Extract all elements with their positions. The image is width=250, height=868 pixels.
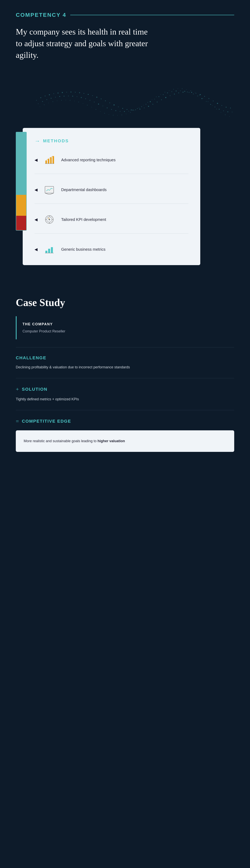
svg-point-62 bbox=[107, 107, 107, 108]
svg-point-56 bbox=[81, 97, 82, 98]
svg-point-76 bbox=[167, 92, 168, 93]
svg-point-38 bbox=[200, 94, 201, 95]
svg-point-0 bbox=[36, 100, 37, 101]
svg-point-136 bbox=[229, 116, 230, 117]
svg-point-120 bbox=[160, 94, 161, 95]
svg-point-104 bbox=[91, 107, 92, 107]
svg-point-121 bbox=[164, 92, 165, 93]
svg-point-54 bbox=[72, 96, 73, 96]
svg-point-95 bbox=[53, 101, 53, 102]
svg-point-101 bbox=[78, 102, 79, 102]
svg-point-22 bbox=[131, 110, 132, 111]
svg-point-108 bbox=[108, 114, 109, 115]
svg-rect-143 bbox=[45, 187, 53, 192]
svg-point-57 bbox=[85, 98, 86, 99]
svg-point-99 bbox=[70, 100, 70, 101]
svg-point-21 bbox=[127, 109, 127, 110]
svg-point-123 bbox=[173, 89, 174, 90]
svg-rect-157 bbox=[51, 247, 53, 253]
bar-segment-yellow bbox=[16, 195, 26, 216]
svg-point-48 bbox=[46, 99, 47, 100]
svg-point-98 bbox=[65, 100, 66, 100]
svg-point-30 bbox=[165, 97, 166, 98]
svg-point-18 bbox=[114, 104, 115, 105]
svg-point-45 bbox=[230, 108, 231, 108]
company-label: THE COMPANY bbox=[23, 322, 228, 326]
svg-point-134 bbox=[221, 112, 221, 113]
svg-point-69 bbox=[137, 108, 137, 109]
svg-point-12 bbox=[88, 94, 89, 95]
svg-point-50 bbox=[55, 97, 56, 97]
svg-rect-155 bbox=[45, 251, 48, 253]
svg-point-55 bbox=[76, 96, 77, 97]
competency-label: COMPETENCY bbox=[16, 12, 61, 18]
svg-rect-156 bbox=[48, 249, 50, 253]
svg-point-84 bbox=[201, 98, 202, 99]
method-item-4: ◀ Generic business metrics bbox=[34, 243, 188, 255]
svg-point-52 bbox=[64, 96, 65, 97]
method-arrow-icon-1: ◀ bbox=[34, 158, 37, 162]
method-label-3: Tailored KPI development bbox=[61, 217, 106, 222]
svg-point-71 bbox=[146, 104, 146, 105]
svg-point-92 bbox=[40, 106, 40, 107]
svg-point-19 bbox=[118, 106, 119, 107]
svg-point-27 bbox=[153, 104, 153, 105]
svg-point-86 bbox=[210, 104, 211, 105]
svg-point-77 bbox=[171, 91, 172, 92]
svg-point-128 bbox=[195, 93, 195, 93]
svg-point-109 bbox=[113, 115, 114, 116]
svg-point-116 bbox=[143, 105, 144, 105]
svg-point-149 bbox=[49, 219, 50, 220]
svg-point-87 bbox=[215, 107, 215, 107]
svg-point-127 bbox=[190, 91, 191, 91]
svg-point-75 bbox=[163, 94, 163, 95]
svg-point-41 bbox=[213, 101, 214, 101]
svg-point-20 bbox=[122, 108, 123, 109]
svg-point-82 bbox=[193, 94, 194, 94]
svg-point-111 bbox=[122, 115, 122, 115]
svg-point-2 bbox=[45, 96, 45, 96]
svg-point-25 bbox=[144, 107, 145, 108]
company-block: THE COMPANY Computer Product Reseller bbox=[16, 316, 234, 339]
svg-point-79 bbox=[180, 91, 181, 91]
company-value: Computer Product Reseller bbox=[23, 329, 228, 334]
svg-point-59 bbox=[94, 102, 95, 102]
competency-number: 4 bbox=[63, 12, 66, 18]
svg-point-67 bbox=[128, 111, 129, 112]
svg-point-119 bbox=[156, 96, 156, 97]
svg-point-131 bbox=[208, 101, 208, 102]
svg-point-5 bbox=[58, 93, 58, 94]
svg-point-63 bbox=[111, 109, 112, 110]
svg-point-16 bbox=[105, 100, 106, 101]
competitive-equals-icon: = bbox=[16, 418, 19, 425]
solution-plus-icon: + bbox=[16, 386, 19, 393]
svg-point-66 bbox=[124, 111, 125, 112]
svg-rect-137 bbox=[45, 160, 47, 164]
svg-point-17 bbox=[109, 103, 110, 103]
wave-decoration bbox=[16, 73, 234, 128]
method-arrow-icon-4: ◀ bbox=[34, 247, 37, 252]
svg-point-60 bbox=[98, 104, 99, 105]
svg-point-65 bbox=[120, 111, 120, 112]
svg-point-103 bbox=[87, 105, 88, 105]
svg-point-89 bbox=[223, 111, 224, 111]
solution-label: SOLUTION bbox=[22, 387, 48, 392]
competitive-text-bold: higher valuation bbox=[97, 439, 125, 443]
svg-rect-140 bbox=[53, 156, 54, 164]
competitive-header: = COMPETITIVE EDGE bbox=[16, 418, 234, 425]
svg-rect-138 bbox=[48, 159, 49, 164]
svg-point-97 bbox=[61, 100, 62, 101]
svg-point-36 bbox=[191, 92, 192, 93]
competitive-label: COMPETITIVE EDGE bbox=[22, 419, 71, 424]
svg-point-23 bbox=[135, 110, 136, 110]
method-arrow-icon-2: ◀ bbox=[34, 187, 37, 192]
svg-point-43 bbox=[221, 105, 222, 106]
method-icon-bar-chart bbox=[43, 154, 55, 166]
svg-point-100 bbox=[74, 101, 75, 101]
svg-point-26 bbox=[148, 106, 149, 107]
hero-description: My company sees its health in real time … bbox=[16, 26, 154, 61]
svg-point-42 bbox=[217, 103, 218, 104]
progress-bar bbox=[16, 132, 27, 230]
svg-point-94 bbox=[48, 103, 49, 103]
svg-point-11 bbox=[84, 93, 84, 94]
